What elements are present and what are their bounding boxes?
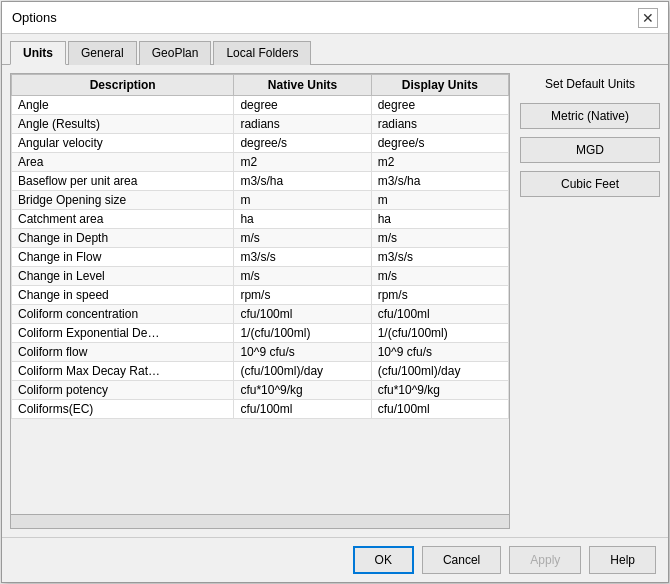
table-row[interactable]: Coliform flow10^9 cfu/s10^9 cfu/s xyxy=(12,343,509,362)
table-cell: ha xyxy=(234,210,371,229)
table-cell: 10^9 cfu/s xyxy=(234,343,371,362)
table-cell: cfu*10^9/kg xyxy=(234,381,371,400)
table-cell: m2 xyxy=(234,153,371,172)
table-cell: rpm/s xyxy=(371,286,508,305)
table-cell: 1/(cfu/100ml) xyxy=(371,324,508,343)
table-cell: Coliform flow xyxy=(12,343,234,362)
units-table-section: Description Native Units Display Units A… xyxy=(10,73,510,529)
close-button[interactable]: ✕ xyxy=(638,8,658,28)
table-cell: Change in Level xyxy=(12,267,234,286)
table-cell: Coliform concentration xyxy=(12,305,234,324)
table-row[interactable]: Change in Flowm3/s/sm3/s/s xyxy=(12,248,509,267)
options-dialog: Options ✕ Units General GeoPlan Local Fo… xyxy=(1,1,669,583)
apply-button[interactable]: Apply xyxy=(509,546,581,574)
table-cell: Angle (Results) xyxy=(12,115,234,134)
table-cell: degree xyxy=(234,96,371,115)
table-cell: radians xyxy=(234,115,371,134)
table-cell: Change in Depth xyxy=(12,229,234,248)
table-row[interactable]: Coliform concentrationcfu/100mlcfu/100ml xyxy=(12,305,509,324)
table-cell: m3/s/s xyxy=(371,248,508,267)
metric-native-button[interactable]: Metric (Native) xyxy=(520,103,660,129)
table-cell: rpm/s xyxy=(234,286,371,305)
table-cell: 10^9 cfu/s xyxy=(371,343,508,362)
col-native-units: Native Units xyxy=(234,75,371,96)
table-cell: ha xyxy=(371,210,508,229)
table-wrapper[interactable]: Description Native Units Display Units A… xyxy=(11,74,509,514)
table-cell: Angular velocity xyxy=(12,134,234,153)
table-cell: cfu/100ml xyxy=(371,305,508,324)
table-row[interactable]: Bridge Opening sizemm xyxy=(12,191,509,210)
table-row[interactable]: Change in Depthm/sm/s xyxy=(12,229,509,248)
table-cell: Angle xyxy=(12,96,234,115)
tab-general[interactable]: General xyxy=(68,41,137,65)
table-cell: m/s xyxy=(234,267,371,286)
col-display-units: Display Units xyxy=(371,75,508,96)
ok-button[interactable]: OK xyxy=(353,546,414,574)
table-row[interactable]: Coliform potencycfu*10^9/kgcfu*10^9/kg xyxy=(12,381,509,400)
mgd-button[interactable]: MGD xyxy=(520,137,660,163)
table-cell: Baseflow per unit area xyxy=(12,172,234,191)
cubic-feet-button[interactable]: Cubic Feet xyxy=(520,171,660,197)
table-row[interactable]: Coliform Exponential De…1/(cfu/100ml)1/(… xyxy=(12,324,509,343)
table-row[interactable]: Change in speedrpm/srpm/s xyxy=(12,286,509,305)
right-panel: Set Default Units Metric (Native) MGD Cu… xyxy=(520,73,660,529)
table-cell: cfu*10^9/kg xyxy=(371,381,508,400)
table-cell: radians xyxy=(371,115,508,134)
tab-local-folders[interactable]: Local Folders xyxy=(213,41,311,65)
col-description: Description xyxy=(12,75,234,96)
table-cell: Coliform Exponential De… xyxy=(12,324,234,343)
table-cell: cfu/100ml xyxy=(371,400,508,419)
table-cell: Change in Flow xyxy=(12,248,234,267)
table-cell: (cfu/100ml)/day xyxy=(371,362,508,381)
units-table: Description Native Units Display Units A… xyxy=(11,74,509,419)
table-cell: Coliform potency xyxy=(12,381,234,400)
table-cell: degree xyxy=(371,96,508,115)
table-cell: cfu/100ml xyxy=(234,400,371,419)
table-cell: 1/(cfu/100ml) xyxy=(234,324,371,343)
table-cell: (cfu/100ml)/day xyxy=(234,362,371,381)
table-cell: Change in speed xyxy=(12,286,234,305)
table-row[interactable]: Catchment areahaha xyxy=(12,210,509,229)
table-cell: m xyxy=(371,191,508,210)
help-button[interactable]: Help xyxy=(589,546,656,574)
table-row[interactable]: Aream2m2 xyxy=(12,153,509,172)
table-row[interactable]: Baseflow per unit aream3/s/ham3/s/ha xyxy=(12,172,509,191)
table-cell: Coliform Max Decay Rat… xyxy=(12,362,234,381)
main-content: Description Native Units Display Units A… xyxy=(2,65,668,537)
table-cell: m/s xyxy=(371,229,508,248)
table-row[interactable]: Coliform Max Decay Rat…(cfu/100ml)/day(c… xyxy=(12,362,509,381)
table-row[interactable]: Angledegreedegree xyxy=(12,96,509,115)
tab-geoplan[interactable]: GeoPlan xyxy=(139,41,212,65)
table-cell: m3/s/ha xyxy=(234,172,371,191)
dialog-title: Options xyxy=(12,10,57,25)
table-cell: Bridge Opening size xyxy=(12,191,234,210)
table-cell: m3/s/ha xyxy=(371,172,508,191)
table-cell: cfu/100ml xyxy=(234,305,371,324)
table-cell: m/s xyxy=(371,267,508,286)
table-cell: m3/s/s xyxy=(234,248,371,267)
table-cell: degree/s xyxy=(234,134,371,153)
table-cell: degree/s xyxy=(371,134,508,153)
table-cell: m/s xyxy=(234,229,371,248)
table-cell: Area xyxy=(12,153,234,172)
table-cell: m xyxy=(234,191,371,210)
horizontal-scrollbar[interactable] xyxy=(11,514,509,528)
table-row[interactable]: Angular velocitydegree/sdegree/s xyxy=(12,134,509,153)
set-default-label: Set Default Units xyxy=(520,77,660,91)
table-cell: m2 xyxy=(371,153,508,172)
table-row[interactable]: Angle (Results)radiansradians xyxy=(12,115,509,134)
table-cell: Coliforms(EC) xyxy=(12,400,234,419)
cancel-button[interactable]: Cancel xyxy=(422,546,501,574)
tab-units[interactable]: Units xyxy=(10,41,66,65)
title-bar: Options ✕ xyxy=(2,2,668,34)
table-row[interactable]: Coliforms(EC)cfu/100mlcfu/100ml xyxy=(12,400,509,419)
dialog-footer: OK Cancel Apply Help xyxy=(2,537,668,582)
table-cell: Catchment area xyxy=(12,210,234,229)
tab-bar: Units General GeoPlan Local Folders xyxy=(2,34,668,65)
table-row[interactable]: Change in Levelm/sm/s xyxy=(12,267,509,286)
